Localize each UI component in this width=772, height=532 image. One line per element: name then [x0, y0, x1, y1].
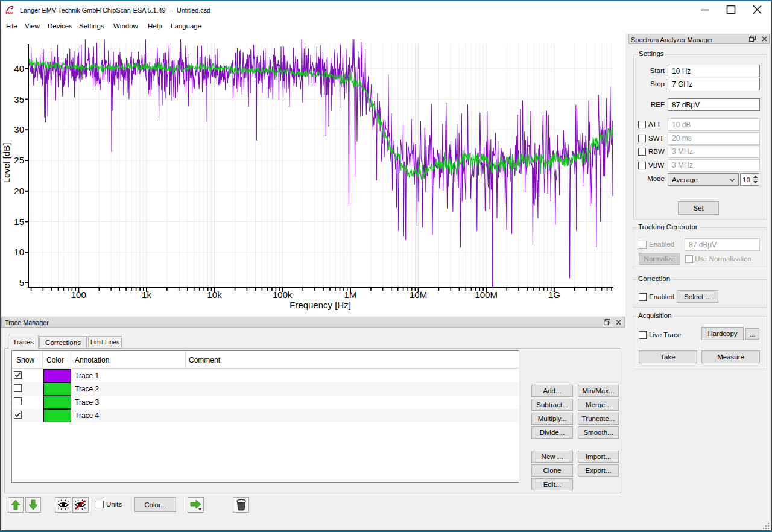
svg-text:100k: 100k: [273, 290, 293, 300]
svg-text:100: 100: [71, 290, 86, 300]
svg-text:Level [dB]: Level [dB]: [1, 143, 11, 183]
svg-text:10: 10: [14, 247, 24, 257]
svg-text:1G: 1G: [548, 290, 560, 300]
svg-text:1M: 1M: [344, 290, 357, 300]
svg-text:35: 35: [14, 94, 24, 104]
svg-text:15: 15: [14, 217, 24, 227]
svg-text:10M: 10M: [410, 290, 427, 300]
svg-text:40: 40: [14, 63, 24, 74]
svg-text:10k: 10k: [207, 290, 223, 300]
svg-text:5: 5: [19, 277, 24, 288]
svg-text:100M: 100M: [475, 290, 498, 300]
svg-text:20: 20: [14, 186, 24, 196]
svg-text:Frequency [Hz]: Frequency [Hz]: [290, 300, 351, 310]
svg-text:1k: 1k: [142, 290, 151, 300]
svg-text:30: 30: [14, 124, 24, 135]
svg-text:25: 25: [14, 155, 24, 165]
